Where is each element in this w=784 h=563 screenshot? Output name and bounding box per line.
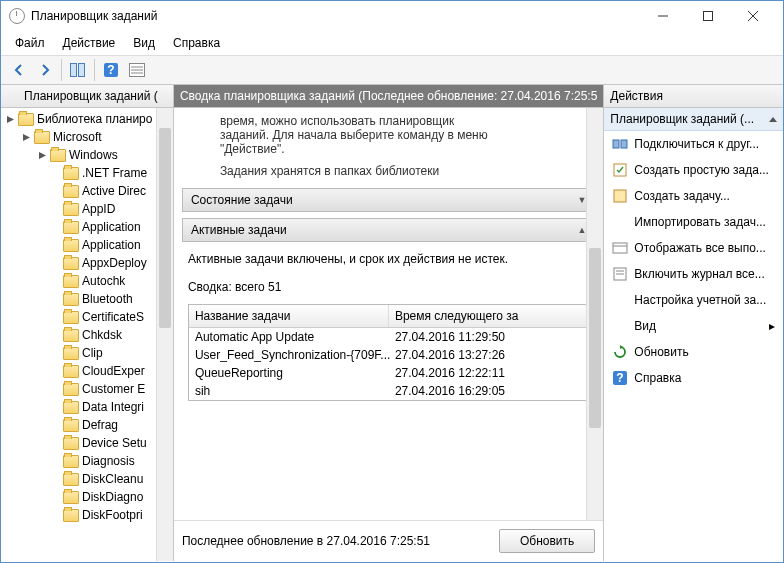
tree-item[interactable]: Chkdsk [3,326,171,344]
properties-button[interactable] [125,59,149,81]
action-connect[interactable]: Подключиться к друг... [604,131,783,157]
table-row[interactable]: sih27.04.2016 16:29:05 [189,382,588,400]
actions-panel: Действия Планировщик заданий (... Подклю… [604,85,783,561]
tree-item[interactable]: Defrag [3,416,171,434]
action-import[interactable]: Импортировать задач... [604,209,783,235]
svg-rect-15 [614,190,626,202]
chevron-down-icon[interactable] [21,132,32,143]
tree-item[interactable]: DiskDiagno [3,488,171,506]
tree-label: Application [82,238,141,252]
tree-item[interactable]: Application [3,236,171,254]
section-status[interactable]: Состояние задачи ▼ [182,188,595,212]
action-task[interactable]: Создать задачу... [604,183,783,209]
table-row[interactable]: QueueReporting27.04.2016 12:22:11 [189,364,588,382]
table-row[interactable]: Automatic App Update27.04.2016 11:29:50 [189,328,588,346]
task-name: Automatic App Update [195,330,395,344]
menu-help[interactable]: Справка [165,33,228,53]
tasks-table: Название задачи Время следующего за Auto… [188,304,589,401]
menu-action[interactable]: Действие [55,33,124,53]
tree[interactable]: Библиотека планиро Microsoft Windows .NE… [1,108,173,561]
folder-icon [63,311,79,324]
col-time[interactable]: Время следующего за [389,305,588,327]
svg-rect-1 [703,12,712,21]
maximize-button[interactable] [685,2,730,30]
folder-icon [18,113,34,126]
close-button[interactable] [730,2,775,30]
action-refresh[interactable]: Обновить [604,339,783,365]
action-log[interactable]: Включить журнал все... [604,261,783,287]
tree-item[interactable]: AppxDeploy [3,254,171,272]
help-button[interactable]: ? [99,59,123,81]
tree-item[interactable]: CloudExper [3,362,171,380]
tree-label: Data Integri [82,400,144,414]
chevron-down-icon[interactable] [5,114,16,125]
tree-label: Diagnosis [82,454,135,468]
chevron-down-icon[interactable] [37,150,48,161]
action-view[interactable]: Вид▸ [604,313,783,339]
col-name[interactable]: Название задачи [189,305,389,327]
show-icon [612,240,628,256]
tree-item[interactable]: AppID [3,200,171,218]
folder-icon [63,293,79,306]
folder-icon [63,329,79,342]
tree-item[interactable]: Device Setu [3,434,171,452]
folder-icon [63,221,79,234]
panes-button[interactable] [66,59,90,81]
active-description: Активные задачи включены, и срок их дейс… [188,252,589,266]
scrollbar-thumb[interactable] [589,248,601,428]
tree-label: AppID [82,202,115,216]
tree-label: Bluetooth [82,292,133,306]
task-time: 27.04.2016 12:22:11 [395,366,582,380]
summary-scrollbar[interactable] [586,108,603,520]
table-row[interactable]: User_Feed_Synchronization-{709F...27.04.… [189,346,588,364]
minimize-button[interactable] [640,2,685,30]
tree-item[interactable]: CertificateS [3,308,171,326]
action-label: Справка [634,371,681,385]
tree-item[interactable]: Application [3,218,171,236]
tree-item[interactable]: Diagnosis [3,452,171,470]
task-simple-icon [612,162,628,178]
action-label: Создать простую зада... [634,163,769,177]
scheduler-icon [7,90,20,103]
action-show[interactable]: Отображать все выпо... [604,235,783,261]
folder-icon [63,383,79,396]
tree-item[interactable]: Customer E [3,380,171,398]
forward-button[interactable] [33,59,57,81]
tree-scrollbar[interactable] [156,108,173,561]
refresh-icon [612,344,628,360]
tree-header-label: Планировщик заданий ( [24,89,158,103]
menu-file[interactable]: Файл [7,33,53,53]
tree-item[interactable]: Bluetooth [3,290,171,308]
tree-item[interactable]: Autochk [3,272,171,290]
back-button[interactable] [7,59,31,81]
scrollbar-thumb[interactable] [159,128,171,328]
tree-label: Библиотека планиро [37,112,152,126]
task-icon [612,188,628,204]
task-name: QueueReporting [195,366,395,380]
section-active[interactable]: Активные задачи ▲ [182,218,595,242]
tree-item[interactable]: DiskFootpri [3,506,171,524]
help-icon: ? [612,370,628,386]
tree-item[interactable]: DiskCleanu [3,470,171,488]
tree-item[interactable]: .NET Frame [3,164,171,182]
tree-windows[interactable]: Windows [3,146,171,164]
tree-label: Application [82,220,141,234]
tree-item[interactable]: Active Direc [3,182,171,200]
chevron-up-icon[interactable] [769,117,777,122]
action-help[interactable]: ?Справка [604,365,783,391]
action-task-simple[interactable]: Создать простую зада... [604,157,783,183]
tree-root[interactable]: Библиотека планиро [3,110,171,128]
refresh-button[interactable]: Обновить [499,529,595,553]
tree-item[interactable]: Data Integri [3,398,171,416]
actions-subheader-label: Планировщик заданий (... [610,112,754,126]
chevron-up-icon: ▲ [577,225,586,235]
action-label: Импортировать задач... [634,215,766,229]
intro-text: время, можно использовать планировщик за… [182,114,595,178]
action-account[interactable]: Настройка учетной за... [604,287,783,313]
tree-microsoft[interactable]: Microsoft [3,128,171,146]
import-icon [612,214,628,230]
tree-item[interactable]: Clip [3,344,171,362]
menu-view[interactable]: Вид [125,33,163,53]
tree-label: DiskFootpri [82,508,143,522]
last-update-label: Последнее обновление в 27.04.2016 7:25:5… [182,534,430,548]
